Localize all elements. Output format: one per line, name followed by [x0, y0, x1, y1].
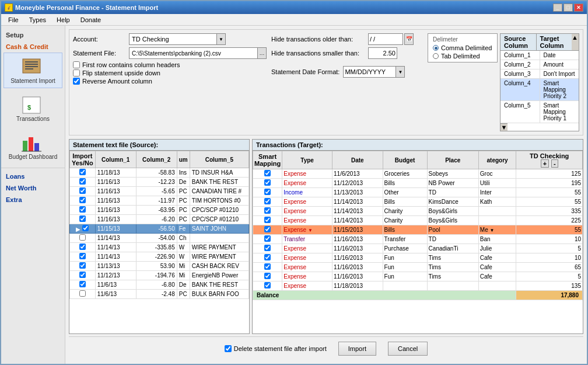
- import-checkbox-cell[interactable]: [70, 271, 96, 280]
- import-checkbox-cell[interactable]: [70, 262, 96, 271]
- cat-cell[interactable]: Me ▼: [478, 225, 516, 235]
- table-row[interactable]: Expense 11/14/2013 Charity Boys&Girls 22…: [253, 216, 583, 225]
- table-row[interactable]: Expense ▼ 11/15/2013 Bills Pool Me ▼ 55: [253, 225, 583, 235]
- table-row[interactable]: 11/14/13 -226.90 W WIRE PAYMENT: [70, 252, 249, 262]
- import-checkbox-cell[interactable]: [70, 187, 96, 196]
- import-checkbox-cell[interactable]: [70, 243, 96, 252]
- sm-checkbox-cell[interactable]: [253, 235, 282, 244]
- table-row[interactable]: Expense 11/14/2013 Bills KimsDance Kath …: [253, 197, 583, 207]
- source-table-scroll[interactable]: ImportYes/No Column_1 Column_2 um Column…: [69, 151, 249, 333]
- sm-checkbox-cell[interactable]: [253, 281, 282, 291]
- table-row[interactable]: Income 11/13/2013 Other TD Inter 55: [253, 188, 583, 197]
- sm-checkbox-cell[interactable]: [253, 188, 282, 197]
- import-checkbox-cell[interactable]: [70, 280, 96, 290]
- maximize-button[interactable]: □: [564, 4, 573, 12]
- account-input[interactable]: [129, 33, 216, 45]
- col-mapping-row[interactable]: Column_2 Amount: [501, 60, 579, 69]
- col-mapping-scrollbar[interactable]: ▲: [572, 34, 579, 50]
- table-row[interactable]: Expense 11/16/2013 Fun Tims Cafe 10: [253, 253, 583, 263]
- table-row[interactable]: 11/6/13 -6.80 De BANK THE REST: [70, 280, 249, 290]
- import-button[interactable]: Import: [338, 342, 376, 356]
- balance-value: 17,880: [516, 291, 583, 300]
- type-cell[interactable]: Expense ▼: [282, 225, 332, 235]
- import-checkbox-cell[interactable]: [70, 290, 96, 299]
- sm-checkbox-cell[interactable]: [253, 179, 282, 188]
- table-row[interactable]: Expense 11/14/2013 Charity Boys&Girls 33…: [253, 207, 583, 216]
- sm-checkbox-cell[interactable]: [253, 272, 282, 281]
- account-dropdown-arrow[interactable]: ▼: [216, 33, 226, 45]
- calendar-icon[interactable]: 📅: [404, 33, 414, 45]
- table-row[interactable]: Expense 11/16/2013 Fun Tims Cafe 5: [253, 272, 583, 281]
- statement-file-input[interactable]: [129, 47, 257, 59]
- import-checkbox-cell[interactable]: [70, 215, 96, 224]
- table-row[interactable]: Transfer 11/16/2013 Transfer TD Ban 10: [253, 235, 583, 244]
- sm-checkbox-cell[interactable]: [253, 263, 282, 272]
- account-dropdown[interactable]: ▼: [129, 33, 226, 45]
- table-row[interactable]: 11/12/13 -194.76 Mi EnergieNB Power: [70, 271, 249, 280]
- sm-checkbox-cell[interactable]: [253, 207, 282, 216]
- sm-checkbox-cell[interactable]: [253, 253, 282, 263]
- target-table-scroll[interactable]: SmartMapping Type Date Budget Place ateg…: [253, 151, 583, 333]
- menu-file[interactable]: File: [4, 15, 23, 25]
- table-row[interactable]: 11/14/13 -54.00 Ch: [70, 234, 249, 243]
- table-row[interactable]: 11/6/13 -2.48 PC BULK BARN FOO: [70, 290, 249, 299]
- browse-button[interactable]: …: [257, 47, 267, 59]
- col-mapping-row[interactable]: Column_5 Smart Mapping Priority 1: [501, 101, 579, 123]
- sidebar-item-statement-import[interactable]: Statement Import: [4, 53, 62, 88]
- table-row[interactable]: Expense 11/18/2013 135: [253, 281, 583, 291]
- menu-donate[interactable]: Donate: [76, 15, 106, 25]
- sidebar-item-net-worth[interactable]: Net Worth: [1, 182, 65, 194]
- import-checkbox-cell[interactable]: [70, 234, 96, 243]
- table-row[interactable]: 11/16/13 -5.65 PC CANADIAN TIRE #: [70, 187, 249, 196]
- sm-checkbox-cell[interactable]: [253, 216, 282, 225]
- table-row[interactable]: 11/16/13 -63.95 PC CPC/SCP #01210: [70, 206, 249, 215]
- table-row[interactable]: 11/16/13 -6.20 PC CPC/SCP #01210: [70, 215, 249, 224]
- table-row[interactable]: Expense 11/6/2013 Groceries Sobeys Groc …: [253, 169, 583, 179]
- sidebar-item-loans[interactable]: Loans: [1, 171, 65, 182]
- sm-checkbox-cell[interactable]: [253, 244, 282, 253]
- import-header: ImportYes/No: [70, 151, 96, 168]
- hide-older-input[interactable]: [368, 33, 403, 45]
- delete-file-checkbox[interactable]: [225, 345, 232, 352]
- col-mapping-row[interactable]: Column_1 Date: [501, 51, 579, 60]
- import-checkbox-cell[interactable]: [70, 252, 96, 262]
- col-mapping-row[interactable]: Column_4 Smart Mapping Priority 2: [501, 79, 579, 101]
- table-row[interactable]: ▶ 11/15/13 -56.50 Fe SAINT JOHN: [70, 224, 249, 234]
- import-checkbox-cell[interactable]: ▶: [70, 224, 96, 234]
- col-mapping-scrollbar-bottom[interactable]: ▼: [501, 123, 508, 131]
- cancel-button[interactable]: Cancel: [388, 342, 428, 356]
- sm-checkbox-cell[interactable]: [253, 197, 282, 207]
- sidebar-item-budget-dashboard[interactable]: Budget Dashboard: [4, 128, 62, 164]
- minus-button[interactable]: -: [551, 159, 558, 168]
- first-row-checkbox[interactable]: [73, 61, 80, 68]
- table-row[interactable]: 11/16/13 -11.97 PC TIM HORTONS #0: [70, 196, 249, 206]
- comma-radio[interactable]: [433, 45, 439, 51]
- import-checkbox-cell[interactable]: [70, 178, 96, 187]
- import-checkbox-cell[interactable]: [70, 168, 96, 178]
- menu-help[interactable]: Help: [52, 15, 75, 25]
- flip-statement-checkbox[interactable]: [73, 69, 80, 77]
- table-row[interactable]: Expense 11/16/2013 Fun Tims Cafe 65: [253, 263, 583, 272]
- plus-button[interactable]: +: [541, 159, 549, 168]
- reverse-amount-checkbox[interactable]: [73, 78, 80, 85]
- import-checkbox-cell[interactable]: [70, 206, 96, 215]
- date-format-dropdown-arrow[interactable]: ▼: [396, 66, 405, 78]
- table-row[interactable]: 11/14/13 -335.85 W WIRE PAYMENT: [70, 243, 249, 252]
- minimize-button[interactable]: _: [553, 4, 562, 12]
- hide-smaller-input[interactable]: [368, 47, 397, 59]
- sidebar-item-extra[interactable]: Extra: [1, 194, 65, 206]
- table-row[interactable]: Expense 11/16/2013 Purchase CanadianTi J…: [253, 244, 583, 253]
- import-checkbox-cell[interactable]: [70, 196, 96, 206]
- table-row[interactable]: 11/16/13 -12.23 De BANK THE REST: [70, 178, 249, 187]
- close-button[interactable]: ✕: [574, 4, 583, 12]
- sidebar-item-transactions[interactable]: $ Transactions: [4, 91, 62, 126]
- menu-types[interactable]: Types: [24, 15, 51, 25]
- table-row[interactable]: Expense 11/12/2013 Bills NB Power Utili …: [253, 179, 583, 188]
- table-row[interactable]: 11/18/13 -58.83 Ins TD INSUR H&A: [70, 168, 249, 178]
- date-format-input[interactable]: [343, 66, 396, 78]
- col-mapping-row[interactable]: Column_3 Don't Import: [501, 69, 579, 79]
- sm-checkbox-cell[interactable]: [253, 169, 282, 179]
- table-row[interactable]: 11/13/13 53.90 Mi CASH BACK REV: [70, 262, 249, 271]
- sm-checkbox-cell[interactable]: [253, 225, 282, 235]
- tab-radio[interactable]: [433, 53, 439, 59]
